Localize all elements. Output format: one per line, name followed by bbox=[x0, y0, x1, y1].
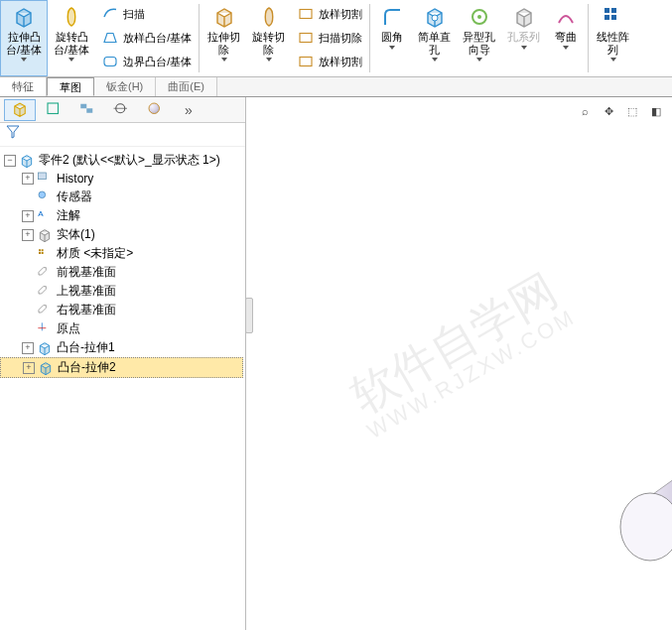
svg-rect-12 bbox=[80, 103, 86, 108]
boundary-boss-button[interactable]: 边界凸台/基体 bbox=[95, 50, 197, 73]
simple-hole-icon bbox=[421, 4, 449, 30]
hole-series-icon bbox=[510, 4, 538, 30]
command-tabs: 特征草图钣金(H)曲面(E) bbox=[0, 77, 672, 97]
tree-filter-bar[interactable] bbox=[0, 123, 245, 147]
hole-wizard-button[interactable]: 异型孔 向导 bbox=[457, 0, 501, 76]
tree-node-material[interactable]: 材质 <未指定> bbox=[0, 244, 243, 263]
dropdown-arrow-icon bbox=[432, 58, 438, 62]
sweep-button[interactable]: 扫描 bbox=[95, 2, 197, 26]
tree-node-extrude-feat[interactable]: +凸台-拉伸1 bbox=[0, 338, 243, 357]
solidbodies-icon bbox=[37, 227, 53, 243]
tree-label: 材质 <未指定> bbox=[57, 245, 133, 262]
origin-icon bbox=[37, 321, 53, 337]
sweep-cut-button[interactable]: 扫描切除 bbox=[291, 26, 367, 50]
svg-rect-7 bbox=[605, 8, 609, 13]
fm-tab-more[interactable]: » bbox=[173, 99, 204, 121]
zoom-area-icon[interactable]: ✥ bbox=[599, 101, 618, 121]
fm-conf-icon bbox=[78, 100, 96, 120]
tree-node-sensor[interactable]: 传感器 bbox=[0, 188, 243, 206]
ribbon: 拉伸凸 台/基体旋转凸 台/基体扫描放样凸台/基体边界凸台/基体拉伸切 除旋转切… bbox=[0, 0, 672, 77]
boundary-boss-icon bbox=[100, 53, 120, 70]
svg-rect-8 bbox=[611, 8, 616, 13]
linear-pattern-button[interactable]: 线性阵 列 bbox=[591, 0, 635, 76]
fm-tab-configmgr[interactable] bbox=[71, 99, 103, 121]
part-icon bbox=[19, 153, 35, 169]
view-orient-icon[interactable]: ⬚ bbox=[622, 101, 642, 121]
panel-splitter[interactable] bbox=[245, 298, 253, 333]
display-style-icon[interactable]: ◧ bbox=[646, 101, 666, 121]
tree-node-annotation[interactable]: +A注解 bbox=[0, 206, 243, 225]
ribbon-label: 放样切割 bbox=[319, 8, 362, 21]
svg-rect-13 bbox=[86, 108, 92, 113]
simple-hole-button[interactable]: 简单直 孔 bbox=[412, 0, 457, 76]
expand-icon[interactable]: + bbox=[22, 210, 34, 222]
fm-tree-icon bbox=[11, 100, 29, 120]
svg-rect-10 bbox=[611, 15, 616, 20]
watermark-text: 软件自学网 bbox=[341, 264, 565, 423]
boundary-cut-icon bbox=[296, 53, 316, 70]
svg-point-16 bbox=[149, 103, 160, 114]
dropdown-arrow-icon bbox=[521, 46, 527, 50]
ribbon-label: 简单直 孔 bbox=[418, 31, 451, 56]
tree-label: 实体(1) bbox=[57, 226, 95, 243]
loft-boss-icon bbox=[100, 29, 120, 47]
fm-tab-dimxpert[interactable] bbox=[105, 99, 137, 121]
dropdown-arrow-icon bbox=[476, 58, 482, 62]
tree-node-history[interactable]: +History bbox=[0, 170, 243, 188]
extrude-boss-icon bbox=[10, 4, 38, 30]
tree-node-solidbodies[interactable]: +实体(1) bbox=[0, 225, 243, 244]
revolve-cut-button[interactable]: 旋转切 除 bbox=[246, 0, 291, 76]
tree-root[interactable]: −零件2 (默认<<默认>_显示状态 1>) bbox=[0, 151, 243, 170]
extrude-cut-button[interactable]: 拉伸切 除 bbox=[202, 0, 246, 76]
linear-pattern-icon bbox=[600, 4, 627, 30]
zoom-fit-icon[interactable]: ⌕ bbox=[575, 101, 595, 121]
tree-node-origin[interactable]: 原点 bbox=[0, 319, 243, 338]
ribbon-label: 旋转切 除 bbox=[252, 31, 285, 56]
tab-sketch[interactable]: 草图 bbox=[47, 77, 94, 96]
fm-tab-display[interactable] bbox=[139, 99, 171, 121]
extrude-cut-icon bbox=[210, 4, 238, 30]
fm-prop-icon bbox=[45, 100, 63, 120]
extrude-feat-icon bbox=[38, 360, 54, 376]
dropdown-arrow-icon bbox=[610, 58, 616, 62]
flex-button[interactable]: 弯曲 bbox=[546, 0, 586, 76]
graphics-viewport[interactable]: 软件自学网 WWW.RJZXW.COM bbox=[246, 97, 672, 630]
expand-icon[interactable]: + bbox=[23, 362, 35, 374]
tree-label: 上视基准面 bbox=[57, 283, 116, 300]
fm-more-icon: » bbox=[185, 102, 193, 118]
hole-series-button[interactable]: 孔系列 bbox=[501, 0, 546, 76]
tab-feature[interactable]: 特征 bbox=[0, 77, 47, 96]
svg-point-6 bbox=[477, 15, 481, 19]
expand-icon[interactable]: + bbox=[22, 173, 34, 185]
ribbon-label: 扫描切除 bbox=[319, 32, 362, 45]
tree-label: 注解 bbox=[57, 207, 80, 224]
svg-rect-17 bbox=[38, 173, 46, 180]
expand-icon[interactable]: − bbox=[4, 155, 16, 167]
ribbon-label: 弯曲 bbox=[555, 31, 577, 44]
tab-sheetmetal[interactable]: 钣金(H) bbox=[94, 77, 156, 96]
tab-surface[interactable]: 曲面(E) bbox=[156, 77, 217, 96]
fm-tab-featuremgr[interactable] bbox=[4, 99, 36, 121]
tree-node-plane[interactable]: 前视基准面 bbox=[0, 263, 243, 282]
tree-node-extrude-feat[interactable]: +凸台-拉伸2 bbox=[0, 357, 243, 378]
tree-node-plane[interactable]: 右视基准面 bbox=[0, 301, 243, 319]
expand-icon[interactable]: + bbox=[22, 229, 34, 241]
tree-node-plane[interactable]: 上视基准面 bbox=[0, 282, 243, 301]
extrude-boss-button[interactable]: 拉伸凸 台/基体 bbox=[0, 0, 48, 76]
boundary-cut-button[interactable]: 放样切割 bbox=[291, 50, 367, 73]
fm-tab-propertymgr[interactable] bbox=[38, 99, 69, 121]
ribbon-label: 圆角 bbox=[381, 31, 403, 44]
fillet-button[interactable]: 圆角 bbox=[372, 0, 412, 76]
tree-label: 零件2 (默认<<默认>_显示状态 1>) bbox=[39, 152, 220, 169]
sweep-icon bbox=[100, 5, 120, 23]
dropdown-arrow-icon bbox=[68, 58, 74, 62]
extrude-feat-icon bbox=[37, 340, 53, 356]
revolve-boss-button[interactable]: 旋转凸 台/基体 bbox=[48, 0, 95, 76]
expand-icon[interactable]: + bbox=[22, 342, 34, 354]
revolve-cut-icon bbox=[255, 4, 283, 30]
loft-boss-button[interactable]: 放样凸台/基体 bbox=[95, 26, 197, 50]
tree-label: 前视基准面 bbox=[57, 264, 116, 281]
loft-cut-button[interactable]: 放样切割 bbox=[291, 2, 367, 26]
tree-label: 凸台-拉伸1 bbox=[57, 339, 115, 356]
feature-manager-tabs: » bbox=[0, 97, 245, 123]
